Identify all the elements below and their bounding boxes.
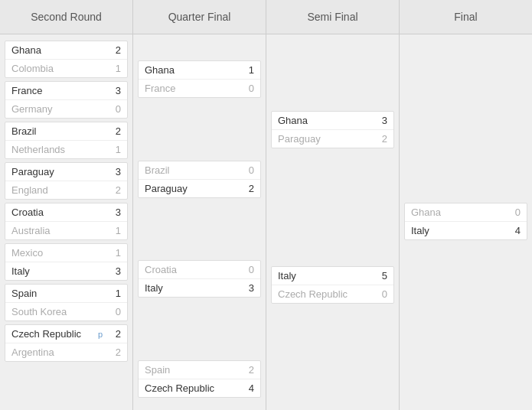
round-second-header: Second Round <box>0 0 132 34</box>
team-score: 0 <box>372 288 387 300</box>
team-name: Czech Republic <box>145 382 239 394</box>
match-row: Czech Republic p 2 <box>5 325 127 343</box>
team-name: Czech Republic <box>278 288 372 300</box>
match-row: Italy 3 <box>5 262 127 280</box>
team-name: Italy <box>278 270 372 281</box>
team-name: France <box>145 83 239 94</box>
team-score: 1 <box>106 225 121 236</box>
match-card: Brazil 0 Paraguay 2 <box>138 161 261 198</box>
match-row: Colombia 1 <box>5 60 127 77</box>
team-name: France <box>11 85 106 96</box>
match-row: Mexico 1 <box>5 244 127 262</box>
match-row: Italy 5 <box>272 267 393 285</box>
match-card: Ghana 1 France 0 <box>138 60 261 98</box>
match-row: Czech Republic 0 <box>272 285 393 303</box>
team-score: 0 <box>505 207 521 218</box>
team-score: 2 <box>239 183 254 194</box>
match-card: Paraguay 3 England 2 <box>5 162 128 200</box>
team-name: Paraguay <box>11 166 106 177</box>
match-row: Paraguay 3 <box>5 163 127 181</box>
match-card: Spain 1 South Korea 0 <box>5 284 128 321</box>
team-score: 0 <box>239 264 254 275</box>
match-card: Italy 5 Czech Republic 0 <box>271 266 394 304</box>
team-score: 4 <box>239 382 254 394</box>
match-row: Ghana 2 <box>5 41 127 60</box>
team-score: 0 <box>106 306 121 317</box>
match-card: Croatia 3 Australia 1 <box>5 203 128 240</box>
round-second: Second Round Ghana 2 Colombia 1 France 3 <box>0 0 133 410</box>
team-name: Mexico <box>11 247 106 259</box>
team-score: 0 <box>106 103 121 115</box>
team-name: Colombia <box>11 63 106 74</box>
team-score: 2 <box>106 44 121 56</box>
round-semi-header: Semi Final <box>266 0 399 34</box>
team-name: Croatia <box>11 207 106 218</box>
team-name: Australia <box>11 225 106 236</box>
team-score: 1 <box>106 63 121 74</box>
team-name: Italy <box>411 225 505 236</box>
match-row: Croatia 3 <box>5 203 127 222</box>
team-name: Ghana <box>145 64 239 76</box>
team-score: 0 <box>239 83 254 94</box>
team-score: 3 <box>106 85 121 96</box>
team-score: 1 <box>239 64 254 76</box>
match-row: Ghana 0 <box>405 203 527 222</box>
round-second-content: Ghana 2 Colombia 1 France 3 Germany 0 <box>0 34 132 410</box>
team-name: Spain <box>145 364 239 376</box>
round-semi: Semi Final Ghana 3 Paraguay 2 Italy 5 <box>266 0 400 410</box>
match-row: England 2 <box>5 181 127 199</box>
penalty-badge: p <box>98 330 103 339</box>
team-name: Ghana <box>411 207 505 218</box>
match-card: France 3 Germany 0 <box>5 81 128 119</box>
match-row: Spain 2 <box>139 361 260 379</box>
match-row: Italy 3 <box>139 279 260 297</box>
team-name: Brazil <box>11 125 106 137</box>
match-card: Mexico 1 Italy 3 <box>5 243 128 281</box>
match-row: South Korea 0 <box>5 303 127 321</box>
team-score: 4 <box>505 225 521 236</box>
spacer <box>271 151 394 266</box>
round-final: Final Ghana 0 Italy 4 <box>400 0 532 410</box>
team-name: Paraguay <box>278 133 372 145</box>
team-score: 2 <box>106 328 121 340</box>
match-row: Ghana 3 <box>272 112 393 130</box>
team-score: 2 <box>106 125 121 137</box>
round-semi-content: Ghana 3 Paraguay 2 Italy 5 Czech Republi… <box>266 34 399 410</box>
team-name: Spain <box>11 288 106 299</box>
match-row: Brazil 2 <box>5 122 127 141</box>
match-row: Spain 1 <box>5 285 127 303</box>
team-name: Netherlands <box>11 144 106 155</box>
team-name: Italy <box>11 265 106 277</box>
round-quarter-content: Ghana 1 France 0 Brazil 0 Paraguay 2 <box>133 34 266 410</box>
round-final-content: Ghana 0 Italy 4 <box>400 34 532 410</box>
bracket-container: Second Round Ghana 2 Colombia 1 France 3 <box>0 0 532 410</box>
team-name: Ghana <box>11 44 106 56</box>
team-name: Italy <box>145 282 239 294</box>
match-card: Brazil 2 Netherlands 1 <box>5 122 128 159</box>
team-score: 1 <box>106 144 121 155</box>
match-row: France 0 <box>139 80 260 97</box>
spacer <box>138 207 261 253</box>
team-score: 2 <box>106 184 121 196</box>
team-name: England <box>11 184 106 196</box>
team-score: 0 <box>239 164 254 176</box>
round-final-header: Final <box>400 0 532 34</box>
match-row: Netherlands 1 <box>5 141 127 158</box>
team-score: 3 <box>372 115 387 126</box>
match-row: Czech Republic 4 <box>139 379 260 397</box>
spacer <box>138 308 261 353</box>
team-score: 3 <box>106 265 121 277</box>
match-row: Paraguay 2 <box>272 130 393 148</box>
match-card: Ghana 0 Italy 4 <box>404 203 527 240</box>
team-name: Brazil <box>145 164 239 176</box>
match-card: Ghana 3 Paraguay 2 <box>271 111 394 148</box>
team-name: Germany <box>11 103 106 115</box>
team-score: 5 <box>372 270 387 281</box>
match-row: Argentina 2 <box>5 343 127 361</box>
team-score: 3 <box>239 282 254 294</box>
team-score: 2 <box>372 133 387 145</box>
team-name: Argentina <box>11 347 106 358</box>
match-card: Czech Republic p 2 Argentina 2 <box>5 324 128 362</box>
team-score: 3 <box>106 207 121 218</box>
team-score: 2 <box>106 347 121 358</box>
